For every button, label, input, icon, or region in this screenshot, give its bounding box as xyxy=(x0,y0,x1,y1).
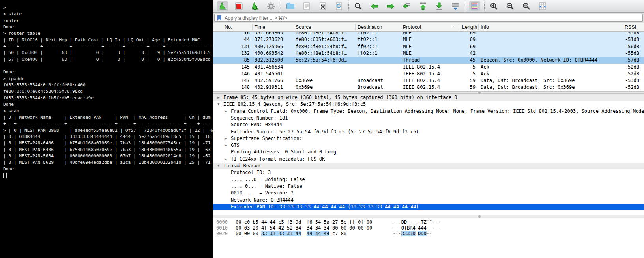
splitter-handle[interactable] xyxy=(478,215,481,218)
pane-splitter-bottom[interactable] xyxy=(213,215,644,218)
detail-row[interactable]: 0010 .... = Version: 2 xyxy=(213,190,644,196)
close-file-icon[interactable] xyxy=(317,1,328,11)
collapsed-arrow-icon[interactable]: ▶ xyxy=(225,135,227,142)
column-header-protocol[interactable]: Protocol xyxy=(403,24,421,30)
zoom-out-icon[interactable] xyxy=(505,1,516,11)
terminal-line: fe80:0:0:0:e0c4:5304:5f70:98cd xyxy=(3,88,213,95)
packet-row[interactable]: 148402.9193110x369eBroadcastIEEE 802.15.… xyxy=(213,84,644,91)
restart-capture-icon[interactable] xyxy=(249,1,260,11)
colorize-icon[interactable] xyxy=(469,1,480,11)
reload-file-icon[interactable] xyxy=(333,1,344,11)
detail-row[interactable]: ▶GTS xyxy=(213,142,644,149)
collapsed-arrow-icon[interactable]: ▶ xyxy=(225,142,227,149)
ascii-bytes: ···3333D xyxy=(393,231,416,237)
packet-row-selected[interactable]: 85382.3125005e:27:5a:54:f6:9d…Thread45Be… xyxy=(213,57,644,64)
column-divider[interactable] xyxy=(294,24,294,30)
terminal-line: | 0 | NEST-PAN-8629 | 40dfe69e4eda2dbe |… xyxy=(3,159,213,166)
column-divider[interactable] xyxy=(401,24,401,30)
detail-row[interactable]: ▶TI CC24xx-format metadata: FCS OK xyxy=(213,156,644,163)
packet-list-header: No.TimeSourceDestinationProtocolLengthIn… xyxy=(213,23,644,32)
detail-text: Superframe Specification: xyxy=(231,135,302,142)
packet-row[interactable]: 146401.545501IEEE 802.15.45Ack-52dB xyxy=(213,71,644,77)
detail-row[interactable]: ▶Superframe Specification: xyxy=(213,135,644,142)
hex-row[interactable]: 001000 03 20 4f 54 42 52 3434 34 34 00 0… xyxy=(213,225,644,231)
detail-row[interactable]: Extended Source: 5e:27:5a:54:f6:9d:f3:c5… xyxy=(213,129,644,135)
detail-row[interactable]: Source PAN: 0x4444 xyxy=(213,122,644,128)
column-header-length[interactable]: Length xyxy=(462,24,477,30)
capture-options-icon[interactable] xyxy=(266,1,277,11)
terminal-line: > ipaddr xyxy=(3,76,213,82)
column-header-time[interactable]: Time xyxy=(255,24,265,30)
column-divider[interactable] xyxy=(478,24,479,30)
column-header-no[interactable]: No. xyxy=(225,24,232,30)
detail-row[interactable]: ▼IEEE 802.15.4 Beacon, Src: 5e:27:5a:54:… xyxy=(213,101,644,108)
bookmark-icon[interactable] xyxy=(217,15,222,21)
go-first-icon[interactable] xyxy=(417,1,429,11)
hex-bytes: f6 54 5a 27 5e ff 0f 00 xyxy=(307,219,372,225)
stop-capture-icon[interactable] xyxy=(233,1,244,11)
cell-len: 5 xyxy=(442,71,476,77)
detail-row[interactable]: .... 0... = Native: False xyxy=(213,183,644,190)
hex-row[interactable]: 000000 c0 b5 44 44 c5 f3 9df6 54 5a 27 5… xyxy=(213,219,644,225)
open-file-icon[interactable] xyxy=(285,1,296,11)
terminal-line: | 0 | OTBR4444 | 3333333344444444 | 4444… xyxy=(3,134,213,140)
resize-columns-icon[interactable] xyxy=(537,1,548,11)
column-divider[interactable] xyxy=(355,24,356,30)
column-divider[interactable] xyxy=(252,24,253,30)
expanded-arrow-icon[interactable]: ▼ xyxy=(217,101,219,108)
collapsed-arrow-icon[interactable]: ▶ xyxy=(225,156,227,163)
detail-row[interactable]: ▼Thread Beacon xyxy=(213,163,644,169)
zoom-reset-icon[interactable] xyxy=(521,1,532,11)
collapsed-arrow-icon[interactable]: ▶ xyxy=(217,94,219,101)
packet-row[interactable]: 132400.693542fe80::f8e1:54b8:f…ff02::1ML… xyxy=(213,50,644,57)
packet-row[interactable]: 147402.5917660x369eBroadcastIEEE 802.15.… xyxy=(213,77,644,84)
find-packet-icon[interactable] xyxy=(353,1,364,11)
column-header-destination[interactable]: Destination xyxy=(358,24,382,30)
detail-row[interactable]: Network Name: OTBR4444 xyxy=(213,197,644,204)
packet-row[interactable]: 131400.125366fe80::f8e1:54b8:f…ff02::1ML… xyxy=(213,43,644,50)
expanded-arrow-icon[interactable]: ▼ xyxy=(217,163,219,169)
terminal-pane[interactable]: >> staterouterDone> router table| ID | R… xyxy=(0,0,213,258)
detail-row[interactable]: Sequence Number: 181 xyxy=(213,115,644,122)
packet-row[interactable]: 44371.273620fe80::605f:e603:f…ff02::1MLE… xyxy=(213,36,644,43)
cell-rssi: -57dB xyxy=(604,57,639,64)
detail-row[interactable]: ▶Frame 85: 45 bytes on wire (360 bits), … xyxy=(213,94,644,101)
go-last-icon[interactable] xyxy=(434,1,445,11)
collapsed-arrow-icon[interactable]: ▶ xyxy=(225,108,227,115)
auto-scroll-icon[interactable] xyxy=(450,1,461,11)
go-to-packet-icon[interactable] xyxy=(401,1,412,11)
zoom-in-icon[interactable] xyxy=(489,1,500,11)
splitter-handle[interactable] xyxy=(478,92,481,94)
cell-proto: MLE xyxy=(403,50,412,57)
detail-row[interactable]: Protocol ID: 3 xyxy=(213,169,644,176)
detail-row[interactable]: ▶Frame Control Field: 0xc000, Frame Type… xyxy=(213,108,644,115)
cell-len: 69 xyxy=(442,43,476,50)
column-header-rssi[interactable]: RSSI xyxy=(625,24,636,30)
column-header-info[interactable]: Info xyxy=(481,24,489,30)
cell-time: 382.312500 xyxy=(255,57,283,64)
display-filter-input[interactable]: Apply a display filter ... <⌘/> xyxy=(214,14,643,22)
cell-time: 400.125366 xyxy=(255,43,283,50)
pane-splitter-top[interactable] xyxy=(213,91,644,94)
wireshark-window: Apply a display filter ... <⌘/> No.TimeS… xyxy=(213,0,644,258)
cell-dst: ff02::1 xyxy=(358,36,378,43)
detail-row[interactable]: .... ...0 = Joining: False xyxy=(213,176,644,183)
packet-row[interactable]: 145401.456634IEEE 802.15.45Ack-52dB xyxy=(213,64,644,71)
column-divider[interactable] xyxy=(458,24,458,30)
save-file-icon[interactable] xyxy=(301,1,312,11)
cell-proto: IEEE 802.15.4 xyxy=(403,64,440,71)
go-forward-icon[interactable] xyxy=(385,1,396,11)
column-header-source[interactable]: Source xyxy=(296,24,311,30)
terminal-line: fd33:3333:3344:0:0:ff:fe00:e400 xyxy=(3,82,213,88)
start-capture-icon[interactable] xyxy=(217,1,228,11)
go-back-icon[interactable] xyxy=(369,1,380,11)
detail-text: Frame Control Field: 0xc000, Frame Type:… xyxy=(231,108,644,115)
cell-proto: MLE xyxy=(403,32,412,36)
hex-row[interactable]: 002000 00 00 33 33 33 33 4444 44 44 c7 8… xyxy=(213,231,644,237)
packet-row[interactable]: 16361.665863fe80::f8e1:54b8:f…ff02::1MLE… xyxy=(213,32,644,36)
detail-row[interactable]: Pending Addresses: 0 Short and 0 Long xyxy=(213,149,644,155)
terminal-line: > state xyxy=(3,11,213,17)
detail-row-selected[interactable]: Extended PAN ID: 33:33:33:33:44:44:44:44… xyxy=(213,204,644,210)
column-divider[interactable] xyxy=(622,24,622,30)
terminal-line: | 0 | NEST-PAN-6406 | b754b1168a07069e |… xyxy=(3,140,213,146)
